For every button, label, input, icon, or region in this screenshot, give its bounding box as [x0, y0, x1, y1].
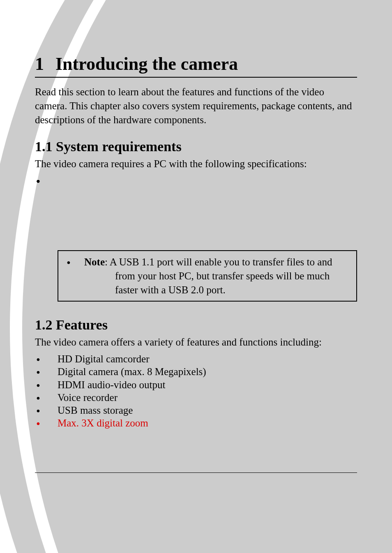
system-requirements-list — [35, 174, 357, 238]
list-item: Digital camera (max. 8 Megapixels) — [35, 365, 357, 378]
note-box: Note: A USB 1.1 port will enable you to … — [58, 250, 357, 302]
list-item: Voice recorder — [35, 391, 357, 404]
chapter-intro: Read this section to learn about the fea… — [35, 85, 357, 127]
chapter-number: 1 — [35, 53, 44, 74]
list-item: USB mass storage — [35, 404, 357, 417]
list-item-highlighted: Max. 3X digital zoom — [35, 417, 357, 429]
section-1-1-intro: The video camera requires a PC with the … — [35, 157, 357, 171]
list-item: HD Digital camcorder — [35, 353, 357, 365]
footer-rule — [35, 472, 357, 473]
note-content: Note: A USB 1.1 port will enable you to … — [62, 255, 349, 297]
chapter-title-text: Introducing the camera — [55, 53, 238, 74]
page-content: 1 Introducing the camera Read this secti… — [0, 0, 392, 430]
section-1-1-heading: 1.1 System requirements — [35, 139, 357, 154]
section-1-2-heading: 1.2 Features — [35, 317, 357, 333]
list-item: HDMI audio-video output — [35, 378, 357, 391]
note-label: Note — [84, 256, 105, 267]
note-text-line1: : A USB 1.1 port will enable you to tran… — [105, 256, 332, 267]
note-text-line2: from your host PC, but transfer speeds w… — [84, 269, 349, 283]
note-text-line3: faster with a USB 2.0 port. — [84, 283, 349, 297]
features-list: HD Digital camcorder Digital camera (max… — [35, 353, 357, 430]
section-1-2-intro: The video camera offers a variety of fea… — [35, 335, 357, 349]
chapter-title: 1 Introducing the camera — [35, 53, 357, 78]
